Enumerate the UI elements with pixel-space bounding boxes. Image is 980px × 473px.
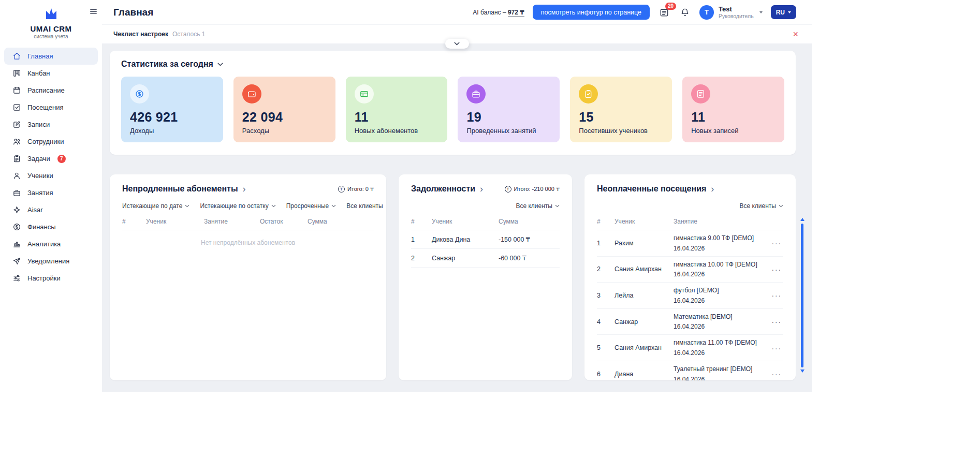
sidebar-item-label: Задачи — [27, 155, 50, 162]
student-name: Санжар — [432, 255, 499, 262]
column-header: Сумма — [308, 218, 374, 225]
lesson-name: гимнастика 9.00 ТФ [DEMO] — [674, 234, 770, 243]
debts-panel-link[interactable]: Задолженности › — [411, 184, 483, 194]
filter-all-clients[interactable]: Все клиенты — [516, 202, 560, 210]
sidebar-item-students[interactable]: Ученики — [0, 167, 102, 184]
tenge-coin-icon: ₸ — [338, 186, 345, 193]
total-label: Итого: 0 ₸ — [347, 186, 374, 193]
unrenewed-filters: Истекающие по дате Истекающие по остатку… — [122, 202, 374, 210]
note-icon — [691, 84, 710, 104]
unrenewed-panel-link[interactable]: Непродленные абонементы › — [122, 184, 246, 194]
spark-icon — [12, 205, 21, 214]
stats-title: Статистика за сегодня — [121, 60, 213, 69]
unpaid-panel-link[interactable]: Неоплаченные посещения › — [597, 184, 714, 194]
row-actions-icon[interactable]: ··· — [770, 318, 783, 326]
collapse-checklist-button[interactable] — [445, 39, 469, 49]
scroll-down-icon[interactable] — [800, 369, 805, 373]
stat-value: 11 — [691, 110, 776, 125]
row-actions-icon[interactable]: ··· — [770, 265, 783, 273]
chevron-down-icon — [454, 42, 460, 46]
sidebar-item-visits[interactable]: Посещения — [0, 99, 102, 116]
stat-label: Расходы — [242, 127, 327, 135]
table-row: 2 Санжар -60 000 ₸ — [411, 249, 560, 268]
logo-subtitle: система учета — [34, 34, 68, 39]
sidebar-item-label: Посещения — [27, 104, 64, 111]
check-square-icon — [12, 103, 21, 112]
lesson-date: 16.04.2026 — [674, 323, 770, 330]
stat-value: 19 — [466, 110, 551, 125]
unrenewed-total-badge: ₸ Итого: 0 ₸ — [338, 186, 374, 193]
filter-all-clients[interactable]: Все клиенты — [346, 202, 386, 210]
paper-plane-icon — [12, 257, 21, 265]
bell-icon — [680, 7, 690, 18]
row-number: 1 — [411, 236, 432, 243]
avatar: T — [699, 5, 714, 20]
lesson-name: гимнастика 11.00 ТФ [DEMO] — [674, 339, 770, 347]
close-icon[interactable]: × — [793, 29, 798, 39]
sidebar-item-notifications[interactable]: Уведомления — [0, 253, 102, 270]
stat-label: Новых записей — [691, 127, 776, 135]
sidebar-item-home[interactable]: Главная — [4, 48, 98, 65]
row-number: 1 — [597, 240, 615, 247]
language-button[interactable]: RU — [771, 5, 796, 19]
student-name: Сания Амирхан — [615, 265, 674, 273]
debts-panel: Задолженности › ₸ Итого: -210 000 ₸ Все … — [399, 174, 572, 380]
sidebar-item-records[interactable]: Записи — [0, 116, 102, 133]
filter-all-clients[interactable]: Все клиенты — [739, 202, 783, 210]
sidebar-item-lessons[interactable]: Занятия — [0, 184, 102, 201]
sidebar-item-analytics[interactable]: Аналитика — [0, 235, 102, 253]
user-menu[interactable]: T Test Руководитель — [699, 5, 763, 20]
filter-expiring-by-balance[interactable]: Истекающие по остатку — [200, 202, 275, 210]
stat-card-income: 426 921 Доходы — [121, 77, 223, 142]
stat-card-students-visited: 15 Посетивших учеников — [570, 77, 672, 142]
chevron-right-icon: › — [243, 184, 246, 194]
edit-icon — [12, 120, 21, 129]
total-label: Итого: -210 000 ₸ — [514, 186, 560, 193]
notifications-button[interactable] — [679, 6, 691, 19]
stat-card-expenses: 22 094 Расходы — [233, 77, 335, 142]
sidebar-item-schedule[interactable]: Расписание — [0, 82, 102, 99]
sidebar-item-aisar[interactable]: Aisar — [0, 201, 102, 218]
panels-row: Непродленные абонементы › ₸ Итого: 0 ₸ И… — [110, 174, 796, 380]
sidebar-item-finance[interactable]: Финансы — [0, 218, 102, 235]
stat-label: Доходы — [130, 127, 214, 135]
row-actions-icon[interactable]: ··· — [770, 291, 783, 299]
sidebar-item-settings[interactable]: Настройки — [0, 270, 102, 287]
coin-icon — [12, 223, 21, 231]
stat-cards-row: 426 921 Доходы 22 094 Расходы — [121, 77, 784, 142]
stat-label: Новых абонементов — [355, 127, 439, 135]
lesson-name: футбол [DEMO] — [674, 287, 770, 295]
student-name: Сания Амирхан — [615, 344, 674, 351]
lesson-name: Туалетный тренинг [DEMO] — [674, 365, 770, 374]
table-header: # Ученик Занятие Остаток Сумма — [122, 212, 374, 230]
filter-label: Истекающие по дате — [122, 202, 182, 210]
page-scrollbar[interactable] — [801, 224, 803, 367]
menu-toggle-icon[interactable] — [87, 5, 99, 18]
top-header: Главная AI баланс – 972 ₸ посмотреть инф… — [102, 0, 812, 24]
filter-label: Все клиенты — [516, 202, 552, 210]
infotour-button[interactable]: посмотреть инфотур по странице — [533, 5, 650, 20]
sidebar-nav: Главная Канбан Расписание Посещения Запи… — [0, 48, 102, 287]
scroll-up-icon[interactable] — [800, 218, 805, 221]
sidebar-item-tasks[interactable]: Задачи 7 — [0, 150, 102, 167]
news-button[interactable]: 20 — [658, 6, 670, 19]
tasks-count-badge: 7 — [57, 155, 66, 163]
row-actions-icon[interactable]: ··· — [770, 370, 783, 378]
sidebar-item-label: Aisar — [27, 206, 43, 214]
stat-label: Проведенных занятий — [466, 127, 551, 135]
filter-label: Все клиенты — [739, 202, 776, 210]
row-actions-icon[interactable]: ··· — [770, 344, 783, 352]
sidebar-item-label: Уведомления — [27, 257, 69, 265]
lesson-date: 16.04.2026 — [674, 349, 770, 357]
table-row: 1 Рахим гимнастика 9.00 ТФ [DEMO] 16.04.… — [597, 230, 783, 257]
ai-balance[interactable]: AI баланс – 972 ₸ — [473, 9, 524, 16]
user-name: Test — [719, 5, 754, 13]
filter-overdue[interactable]: Просроченные — [286, 202, 337, 210]
row-actions-icon[interactable]: ··· — [770, 239, 783, 247]
filter-expiring-by-date[interactable]: Истекающие по дате — [122, 202, 189, 210]
chevron-right-icon: › — [480, 184, 483, 194]
student-name: Дикова Дина — [432, 236, 499, 243]
sidebar-item-kanban[interactable]: Канбан — [0, 65, 102, 82]
stats-section-toggle[interactable]: Статистика за сегодня — [121, 60, 223, 69]
sidebar-item-employees[interactable]: Сотрудники — [0, 133, 102, 150]
